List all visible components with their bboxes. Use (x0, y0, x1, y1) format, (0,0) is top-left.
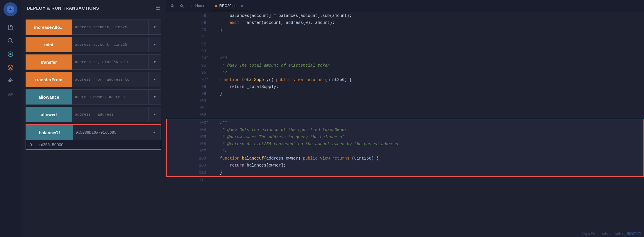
tab-rec20[interactable]: ◆ REC20.sol ✕ (211, 1, 248, 11)
line-number: 94 (167, 55, 206, 62)
sidebar-icon-bug[interactable] (5, 75, 16, 87)
function-dropdown-allowed[interactable]: ▾ (149, 107, 161, 122)
fold-arrow (206, 90, 210, 97)
function-dropdown-transferfrom[interactable]: ▾ (149, 72, 161, 87)
function-input-balanceof[interactable] (73, 125, 148, 140)
function-dropdown-allowance[interactable]: ▾ (149, 89, 161, 105)
function-dropdown-balanceof[interactable]: ▾ (148, 125, 161, 140)
line-number: 107 (167, 148, 206, 155)
sidebar-icon-deploy[interactable] (5, 48, 16, 60)
fold-arrow (206, 176, 210, 184)
table-row: 91 (167, 33, 644, 40)
code-line: } (210, 26, 644, 33)
code-line: return _totalSupply; (210, 83, 644, 90)
svg-point-1 (9, 8, 12, 10)
line-number: 101 (167, 105, 206, 112)
code-line (210, 41, 644, 48)
line-number: 111 (167, 176, 206, 184)
fold-arrow (206, 26, 210, 33)
function-input-transfer[interactable] (72, 54, 149, 70)
function-input-allowed[interactable] (72, 107, 149, 122)
deploy-body: increaseAllo... ▾ mint ▾ transfer ▾ tran… (21, 16, 166, 153)
function-row-transfer: transfer ▾ (26, 54, 161, 70)
fold-arrow (206, 69, 210, 76)
code-line: * @return An uint256 representing the am… (210, 141, 644, 148)
function-row-balanceof-output: 0: uint256: 50000 (26, 140, 161, 149)
editor-area: ⌂ Home ◆ REC20.sol ✕ 88 balances[account… (166, 0, 644, 237)
line-number: 105 (167, 134, 206, 141)
tab-home-label: Home (195, 3, 205, 8)
zoom-out-btn[interactable] (169, 3, 177, 10)
code-table: 88 balances[account] = balances[account]… (166, 12, 644, 184)
code-line: } (210, 90, 644, 97)
code-line: * @dev The total amount of existential t… (210, 62, 644, 69)
editor-tabs: ⌂ Home ◆ REC20.sol ✕ (166, 0, 644, 12)
table-row: 97▾ function totalSupply() public view r… (167, 76, 644, 83)
function-dropdown-transfer[interactable]: ▾ (149, 54, 161, 70)
function-dropdown-increaseallo[interactable]: ▾ (149, 20, 161, 35)
table-row: 99 } (167, 90, 644, 97)
function-input-increaseallo[interactable] (72, 20, 149, 35)
function-row-balanceof: balanceOf ▾ 0: uint256: 50000 (26, 124, 161, 150)
line-number: 92 (167, 41, 206, 48)
line-number: 91 (167, 33, 206, 40)
code-content[interactable]: 88 balances[account] = balances[account]… (166, 12, 644, 237)
line-number: 102 (167, 112, 206, 119)
function-dropdown-mint[interactable]: ▾ (149, 37, 161, 52)
line-number: 96 (167, 69, 206, 76)
code-line: balances[account] = balances[account].su… (210, 12, 644, 19)
sidebar-icon-files[interactable] (5, 22, 16, 33)
sidebar-icon-search[interactable] (5, 35, 16, 47)
line-number: 100 (167, 98, 206, 105)
line-number: 108 (167, 155, 206, 162)
tab-home[interactable]: ⌂ Home (187, 1, 210, 11)
function-btn-mint[interactable]: mint (26, 37, 72, 52)
table-row: 90 } (167, 26, 644, 33)
fold-arrow (206, 33, 210, 40)
fold-arrow (206, 105, 210, 112)
deploy-menu-icon[interactable]: ☰ (155, 5, 160, 11)
code-line (210, 98, 644, 105)
function-btn-transferfrom[interactable]: transferFrom (26, 72, 72, 87)
code-line: return balances[owner]; (210, 162, 644, 169)
code-line (210, 33, 644, 40)
tab-home-icon: ⌂ (191, 3, 194, 8)
table-row: 108▾ function balanceOf(address owner) p… (167, 155, 644, 162)
function-row-mint: mint ▾ (26, 37, 161, 52)
app-logo (3, 2, 17, 16)
tab-file-icon: ◆ (215, 3, 218, 8)
code-line: function totalSupply() public view retur… (210, 76, 644, 83)
line-number: 93 (167, 48, 206, 55)
function-input-mint[interactable] (72, 37, 149, 52)
deploy-panel: DEPLOY & RUN TRANSACTIONS ☰ increaseAllo… (21, 0, 166, 237)
fold-arrow (206, 12, 210, 19)
function-btn-transfer[interactable]: transfer (26, 54, 72, 70)
line-number: 110 (167, 169, 206, 176)
zoom-in-btn[interactable] (178, 3, 186, 10)
table-row: 94▾ /** (167, 55, 644, 62)
tab-file-label: REC20.sol (219, 3, 237, 8)
function-btn-increaseallo[interactable]: increaseAllo... (26, 20, 72, 35)
fold-arrow: ▾ (206, 119, 210, 126)
fold-arrow: ▾ (206, 55, 210, 62)
svg-point-3 (9, 53, 11, 55)
table-row: 88 balances[account] = balances[account]… (167, 12, 644, 19)
deploy-title: DEPLOY & RUN TRANSACTIONS (27, 6, 99, 10)
table-row: 110 } (167, 169, 644, 176)
sidebar-icon-git[interactable] (5, 62, 16, 73)
sidebar-icon-settings[interactable] (5, 89, 16, 100)
function-btn-allowed[interactable]: allowed (26, 107, 72, 122)
table-row: 100 (167, 98, 644, 105)
fold-arrow (206, 19, 210, 26)
output-value: 50000 (52, 142, 63, 147)
code-line: /** (210, 119, 644, 126)
function-btn-allowance[interactable]: allowance (26, 89, 72, 105)
function-btn-balanceof[interactable]: balanceOf (26, 125, 73, 140)
function-input-allowance[interactable] (72, 89, 149, 105)
function-row-transferfrom: transferFrom ▾ (26, 72, 161, 87)
fold-arrow: ▾ (206, 76, 210, 83)
function-input-transferfrom[interactable] (72, 72, 149, 87)
code-line: */ (210, 148, 644, 155)
table-row: 98 return _totalSupply; (167, 83, 644, 90)
tab-close-btn[interactable]: ✕ (240, 3, 244, 8)
